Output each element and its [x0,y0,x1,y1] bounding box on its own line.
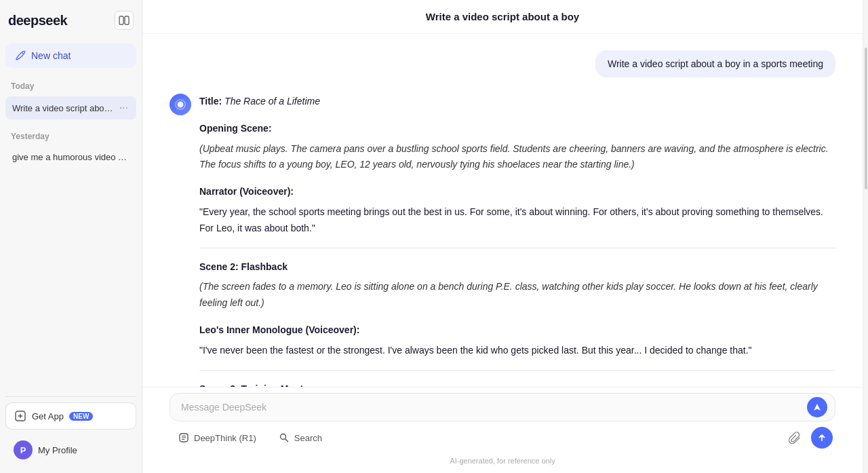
get-app-button[interactable]: Get App NEW [5,402,136,430]
profile-button[interactable]: P My Profile [5,435,136,465]
new-chat-button[interactable]: New chat [5,43,136,68]
svg-point-3 [178,102,184,108]
input-right-actions [784,427,833,449]
yesterday-label: Yesterday [5,129,136,144]
chat-messages[interactable]: Write a video script about a boy in a sp… [142,34,863,387]
deepthink-label: DeepThink (R1) [194,433,256,443]
get-app-label: Get App [32,411,64,421]
input-actions: DeepThink (R1) Search [170,421,835,454]
assistant-icon [170,94,191,115]
footer-note: AI-generated, for reference only [170,454,835,470]
scene1-body: (Upbeat music plays. The camera pans ove… [199,141,835,174]
yesterday-section: Yesterday give me a humorous video scrip [5,129,136,169]
svg-point-6 [280,434,285,440]
chat-item-today-1[interactable]: Write a video script about ... ··· [5,96,136,119]
title-label: Title: [199,96,222,107]
scene2-heading: Scene 2: Flashback [199,259,835,276]
divider-1 [199,248,835,248]
chat-item-text: Write a video script about ... [12,103,118,113]
search-label: Search [294,433,322,443]
app-logo: deepseek [8,13,67,29]
narrator-heading: Narrator (Voiceover): [199,184,835,200]
main-content: Write a video script about a boy Write a… [142,0,863,473]
scene2-body: (The screen fades to a memory. Leo is si… [199,279,835,311]
chat-item-text: give me a humorous video scrip [12,152,130,162]
input-wrapper: Message DeepSeek [170,393,835,421]
user-message: Write a video script about a boy in a sp… [595,50,835,77]
today-section: Today Write a video script about ... ··· [5,79,136,121]
new-badge: NEW [69,412,93,421]
title-value: The Race of a Lifetime [224,96,320,107]
new-chat-label: New chat [31,50,71,61]
scene3-heading: Scene 3: Training Montage [199,381,835,387]
attach-button[interactable] [784,427,806,449]
scrollbar-track[interactable] [863,0,868,473]
search-icon [278,432,290,444]
title-line: Title: The Race of a Lifetime [199,94,835,110]
user-message-container: Write a video script about a boy in a sp… [142,50,863,77]
chat-header: Write a video script about a boy [142,0,863,34]
chat-item-menu-icon[interactable]: ··· [118,102,130,114]
profile-label: My Profile [38,445,77,455]
svg-rect-1 [125,16,129,24]
deepthink-button[interactable]: DeepThink (R1) [172,429,262,447]
collapse-sidebar-button[interactable] [115,11,134,30]
send-button-overlay[interactable] [807,397,827,417]
leo-body: "I've never been the fastest or the stro… [199,343,835,359]
leo-heading: Leo's Inner Monologue (Voiceover): [199,322,835,339]
narrator-body: "Every year, the school sports meeting b… [199,204,835,237]
scrollbar-thumb [865,48,867,189]
chat-title: Write a video script about a boy [426,11,579,22]
sidebar-header: deepseek [5,8,136,33]
svg-rect-0 [119,16,123,24]
assistant-message-container: Title: The Race of a Lifetime Opening Sc… [142,94,863,387]
divider-2 [199,370,835,371]
input-area: Message DeepSeek DeepThink (R1) [142,387,863,473]
submit-button[interactable] [811,427,833,449]
today-label: Today [5,79,136,94]
search-button[interactable]: Search [273,429,328,447]
sidebar: deepseek New chat Today Write a video sc… [0,0,142,473]
assistant-content: Title: The Race of a Lifetime Opening Sc… [199,94,835,387]
sidebar-bottom: Get App NEW P My Profile [5,396,136,465]
scene1-heading: Opening Scene: [199,121,835,137]
profile-avatar: P [14,440,33,459]
deepthink-icon [178,432,190,444]
chat-item-yesterday-1[interactable]: give me a humorous video scrip [5,147,136,168]
